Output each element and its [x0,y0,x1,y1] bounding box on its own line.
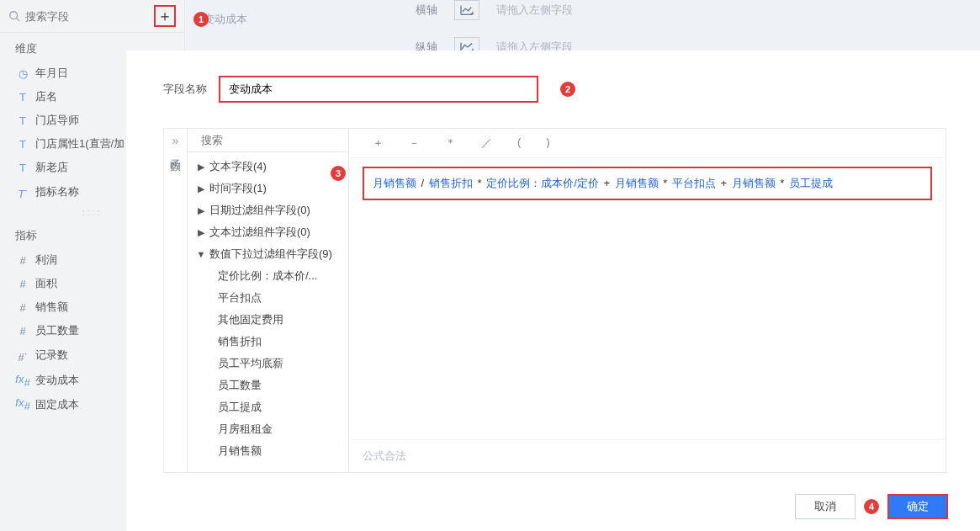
formula-field-token: 销售折扣 [429,177,473,189]
field-search-input[interactable] [25,10,118,23]
num-icon: # [15,301,30,314]
fx-icon: fx# [15,396,30,412]
operator-button[interactable]: ( [517,135,521,151]
field-label: 面积 [35,276,57,291]
operator-button[interactable]: ) [546,135,549,151]
operator-button[interactable]: ／ [481,135,492,151]
tree-leaf[interactable]: 销售折扣 [188,331,348,353]
formula-pane: ＋－＊／() 3 月销售额 / 销售折扣 * 定价比例：成本价/定价 + 月销售… [349,129,946,472]
operator-button[interactable]: ＋ [373,135,384,151]
tree-node[interactable]: ▼数值下拉过滤组件字段(9) [188,243,348,265]
triangle-down-icon: ▼ [196,249,206,259]
triangle-right-icon: ▶ [196,162,206,173]
field-label: 新老店 [35,160,68,175]
triangle-right-icon: ▶ [196,227,206,238]
formula-operator-token: + [716,177,732,189]
callout-badge-1: 1 [193,12,209,27]
formula-operator-token: * [473,177,486,189]
num-icon: # [15,278,30,290]
num-icon: # [15,254,30,267]
field-tree: ▶文本字段(4)▶时间字段(1)▶日期过滤组件字段(0)▶文本过滤组件字段(0)… [188,129,349,472]
field-label: 员工数量 [35,323,79,338]
calc-field-dialog: 字段名称 2 » 函数 ▶文本字段(4)▶时间字段(1)▶日期过滤组件字段(0)… [126,50,980,531]
tree-search-input[interactable] [201,134,342,146]
tree-leaf[interactable]: 员工数量 [188,374,348,396]
tree-leaf[interactable]: 员工平均底薪 [188,353,348,374]
formula-field-token: 月销售额 [373,177,416,189]
tree-leaf[interactable]: 平台扣点 [188,287,348,309]
formula-editor-area: » 函数 ▶文本字段(4)▶时间字段(1)▶日期过滤组件字段(0)▶文本过滤组件… [163,128,946,473]
text-icon: T [15,162,30,174]
formula-operator-token: * [659,177,672,189]
field-label: 店名 [35,89,57,104]
callout-badge-4: 4 [864,499,879,514]
tree-leaf[interactable]: 月销售额 [188,440,348,462]
dialog-footer: 取消 4 确定 [795,494,948,519]
svg-point-0 [10,12,18,19]
tree-leaf[interactable]: 其他固定费用 [188,309,348,331]
operator-button[interactable]: － [409,135,420,151]
formula-field-token: 定价比例：成本价/定价 [486,177,599,189]
field-label: 固定成本 [35,397,79,412]
formula-operator-token: * [776,177,789,189]
function-rail[interactable]: » 函数 [164,129,188,472]
field-label: 记录数 [35,348,68,363]
triangle-right-icon: ▶ [196,183,206,194]
numa-icon: #· [15,347,30,364]
formula-field-token: 月销售额 [732,177,776,189]
formula-status: 公式合法 [349,439,946,472]
tree-node[interactable]: ▶文本过滤组件字段(0) [188,221,348,243]
callout-badge-3: 3 [331,166,346,181]
add-field-button[interactable]: ＋ [154,5,176,27]
operator-bar: ＋－＊／() [349,129,946,158]
tree-node-label: 时间字段(1) [209,181,267,196]
field-search-row: ＋ [0,0,184,33]
num-icon: # [15,325,30,337]
text-icon: T [15,138,30,151]
field-label: 利润 [35,252,57,268]
field-name-input[interactable] [219,76,538,103]
tree-node-label: 日期过滤组件字段(0) [209,203,310,218]
field-label: 门店属性1(直营/加 [35,136,124,151]
formula-field-token: 员工提成 [789,177,833,189]
function-rail-label: 函数 [168,151,183,154]
formula-field-token: 平台扣点 [672,177,716,189]
text-icon: T [15,114,30,127]
tree-leaf[interactable]: 月房租租金 [188,418,348,440]
tree-leaf[interactable]: 定价比例：成本价/... [188,265,348,287]
abc-icon: T· [15,183,30,200]
ok-button[interactable]: 确定 [887,494,948,519]
chevron-right-icon: » [172,134,179,147]
fx-icon: fx# [15,373,30,389]
text-icon: T [15,91,30,104]
tree-node-label: 文本过滤组件字段(0) [209,225,310,240]
cancel-button[interactable]: 取消 [795,494,856,519]
callout-badge-2: 2 [560,82,575,97]
x-axis-row: 横轴 请拖入左侧字段 [416,0,573,20]
tree-search[interactable] [188,129,348,152]
x-axis-icon[interactable] [454,0,479,20]
x-axis-label: 横轴 [416,3,437,18]
formula-operator-token: + [599,177,615,189]
field-name-label: 字段名称 [163,82,207,97]
tree-node[interactable]: ▶文本字段(4) [188,156,348,178]
field-name-row: 字段名称 2 [163,76,946,103]
tree-node-label: 数值下拉过滤组件字段(9) [209,247,332,262]
svg-line-1 [17,19,20,22]
operator-button[interactable]: ＊ [445,135,456,151]
field-label: 销售额 [35,300,68,315]
tree-node[interactable]: ▶时间字段(1) [188,178,348,199]
field-search[interactable] [8,10,154,23]
x-axis-hint: 请拖入左侧字段 [496,3,573,18]
formula-textbox[interactable]: 月销售额 / 销售折扣 * 定价比例：成本价/定价 + 月销售额 * 平台扣点 … [363,167,932,200]
tree-node[interactable]: ▶日期过滤组件字段(0) [188,199,348,221]
triangle-right-icon: ▶ [196,205,206,216]
tree-leaf[interactable]: 员工提成 [188,396,348,418]
formula-field-token: 月销售额 [615,177,659,189]
bg-calc-field-name: 变动成本 [204,12,247,27]
field-label: 指标名称 [35,184,79,199]
clock-icon: ◷ [15,67,30,80]
field-label: 变动成本 [35,373,79,388]
tree-node-label: 文本字段(4) [209,159,267,174]
formula-operator-token: / [416,177,429,189]
